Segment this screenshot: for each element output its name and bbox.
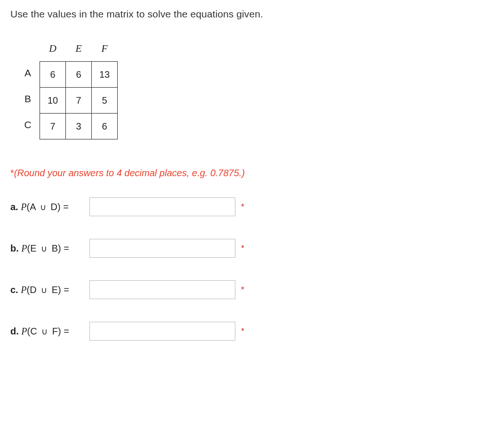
cell-B-F: 5 xyxy=(92,88,118,114)
cell-C-D: 7 xyxy=(40,114,66,139)
question-d: d. P(C ∪ F) = * xyxy=(10,322,472,341)
hint-asterisk: * xyxy=(10,168,14,178)
question-a: a. P(A ∪ D) = * xyxy=(10,197,472,216)
cell-B-E: 7 xyxy=(66,88,92,114)
label-a: a. P(A ∪ D) = xyxy=(10,202,89,212)
cell-A-D: 6 xyxy=(40,62,66,88)
eq-d: ) = xyxy=(58,326,69,336)
col-header-F: F xyxy=(92,39,118,62)
fn-a: P xyxy=(21,202,26,212)
row-header-C: C xyxy=(21,114,40,139)
letter-a: a. xyxy=(10,202,18,212)
left-a: A xyxy=(30,202,35,212)
question-c: c. P(D ∪ E) = * xyxy=(10,280,472,299)
union-d: ∪ xyxy=(40,327,49,336)
eq-a: ) = xyxy=(57,202,69,212)
left-d: C xyxy=(30,326,37,336)
cell-B-D: 10 xyxy=(40,88,66,114)
required-mark-a: * xyxy=(241,202,244,212)
right-c: E xyxy=(52,285,58,295)
label-d: d. P(C ∪ F) = xyxy=(10,326,89,337)
fn-d: P xyxy=(21,326,27,336)
label-b: b. P(E ∪ B) = xyxy=(10,243,89,254)
union-b: ∪ xyxy=(39,244,49,253)
letter-d: d. xyxy=(10,326,19,336)
matrix-container: D E F A 6 6 13 B 10 7 5 C 7 3 6 xyxy=(21,39,472,139)
cell-C-F: 6 xyxy=(92,114,118,139)
left-b: E xyxy=(30,243,36,253)
col-header-E: E xyxy=(66,39,92,62)
cell-C-E: 3 xyxy=(66,114,92,139)
answer-input-b[interactable] xyxy=(89,239,235,258)
required-mark-c: * xyxy=(241,285,244,295)
answer-input-c[interactable] xyxy=(89,280,235,299)
label-c: c. P(D ∪ E) = xyxy=(10,285,89,295)
eq-c: ) = xyxy=(58,285,69,295)
answer-input-a[interactable] xyxy=(89,197,235,216)
hint-text: Round your answers to 4 decimal places, … xyxy=(17,168,241,178)
required-mark-b: * xyxy=(241,244,244,253)
right-d: F xyxy=(52,326,58,336)
cell-A-E: 6 xyxy=(66,62,92,88)
letter-b: b. xyxy=(10,243,19,253)
rounding-hint: *(Round your answers to 4 decimal places… xyxy=(10,168,472,179)
fn-c: P xyxy=(21,285,26,295)
union-c: ∪ xyxy=(39,285,49,295)
cell-A-F: 13 xyxy=(92,62,118,88)
required-mark-d: * xyxy=(241,326,244,336)
right-b: B xyxy=(52,243,58,253)
row-header-B: B xyxy=(21,88,40,114)
left-c: D xyxy=(30,285,36,295)
right-a: D xyxy=(51,202,57,212)
col-header-D: D xyxy=(40,39,66,62)
instruction-text: Use the values in the matrix to solve th… xyxy=(10,8,472,20)
answer-input-d[interactable] xyxy=(89,322,235,341)
eq-b: ) = xyxy=(58,243,69,253)
hint-close: ) xyxy=(241,168,245,178)
matrix-table: D E F A 6 6 13 B 10 7 5 C 7 3 6 xyxy=(21,39,118,139)
fn-b: P xyxy=(21,243,27,253)
row-header-A: A xyxy=(21,62,40,88)
question-b: b. P(E ∪ B) = * xyxy=(10,239,472,258)
letter-c: c. xyxy=(10,285,18,295)
union-a: ∪ xyxy=(38,203,48,212)
